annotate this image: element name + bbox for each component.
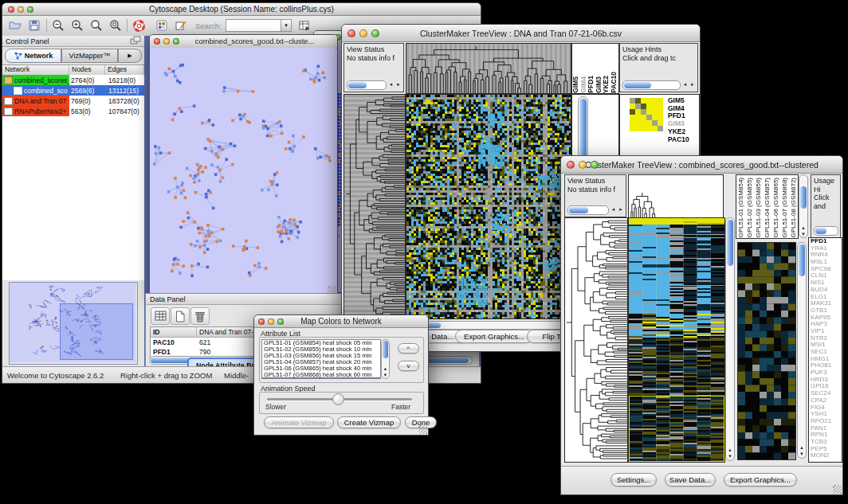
- scroll-up-icon[interactable]: ▲: [799, 225, 807, 231]
- vizmap-nodes-icon[interactable]: [154, 18, 170, 33]
- network-canvas[interactable]: [150, 48, 336, 295]
- new-attribute-icon[interactable]: [171, 307, 190, 325]
- global-heatmap-canvas[interactable]: [628, 217, 725, 463]
- global-heatmap-canvas[interactable]: [406, 94, 571, 319]
- close-button[interactable]: [258, 318, 265, 325]
- attribute-list[interactable]: GPL51-01 (GSM854) heat shock 05 minGPL51…: [261, 339, 381, 379]
- attribute-table-icon[interactable]: [151, 307, 170, 325]
- minimize-button[interactable]: [579, 161, 587, 169]
- help-lifebuoy-icon[interactable]: [131, 18, 147, 33]
- scrollbar-thumb[interactable]: [624, 82, 651, 88]
- scroll-up-icon[interactable]: ▲: [798, 445, 806, 451]
- row-label[interactable]: PAC10: [668, 136, 689, 144]
- dialog-button[interactable]: Animate Vizmap: [264, 416, 334, 428]
- scrollbar-thumb[interactable]: [383, 341, 388, 358]
- scrollbar-thumb[interactable]: [569, 207, 588, 213]
- treeview-button[interactable]: Save Data...: [665, 473, 716, 486]
- zoom-button[interactable]: [173, 38, 179, 45]
- scrollbar-thumb[interactable]: [348, 82, 367, 88]
- network-window-1-titlebar[interactable]: combined_scores_good.txt--cluste...: [150, 35, 337, 49]
- zoom-matrix[interactable]: [630, 98, 663, 131]
- zoom-in-icon[interactable]: [69, 18, 85, 33]
- network-table-row[interactable]: RNAPuberNov2+ 563(0) 107847(0): [2, 106, 144, 116]
- annotation-icon[interactable]: [173, 18, 189, 33]
- row-dendrogram-canvas[interactable]: [564, 217, 628, 463]
- tab-network[interactable]: Network: [5, 49, 61, 63]
- scroll-up-icon[interactable]: ▲: [382, 366, 389, 372]
- scroll-down-icon[interactable]: ▼: [726, 454, 734, 459]
- gene-label[interactable]: MON2: [809, 452, 842, 459]
- attribute-list-item[interactable]: GPL51-07 (GSM868) heat shock 60 min: [264, 372, 380, 378]
- minimize-button[interactable]: [359, 29, 367, 37]
- import-table-icon[interactable]: [296, 18, 312, 33]
- treeview-combined-titlebar[interactable]: ClusterMaker TreeView : combined_scores_…: [561, 156, 842, 174]
- scroll-down-icon[interactable]: ▼: [382, 373, 389, 378]
- column-label[interactable]: GPL51-08 (GSM872): [790, 178, 797, 238]
- scroll-right-icon[interactable]: ►: [396, 82, 402, 87]
- zoom-button[interactable]: [591, 161, 599, 169]
- column-label[interactable]: GPL51-01 (GSM854): [737, 178, 744, 238]
- network-table-row[interactable]: combined_sco 2569(6) 13112(15): [2, 85, 144, 96]
- column-label[interactable]: GPL51-02 (GSM855): [746, 178, 753, 238]
- close-button[interactable]: [154, 38, 160, 45]
- zoom-button[interactable]: [27, 6, 33, 13]
- scroll-down-icon[interactable]: ▼: [799, 232, 807, 237]
- network-table-row[interactable]: DNA and Tran 07 769(0) 183728(0): [2, 96, 144, 106]
- close-button[interactable]: [8, 6, 14, 13]
- row-dendrogram-canvas[interactable]: [344, 94, 406, 319]
- move-down-button[interactable]: v: [398, 361, 419, 371]
- scrollbar-thumb[interactable]: [799, 244, 805, 276]
- tab-overflow-button[interactable]: ▶: [118, 49, 142, 63]
- labels-vscrollbar[interactable]: ▲ ▼: [799, 174, 808, 238]
- zoom-button[interactable]: [371, 29, 379, 37]
- scroll-left-icon[interactable]: ◄: [682, 82, 688, 87]
- dialog-button[interactable]: Create Vizmap: [337, 416, 401, 428]
- birdseye-overview[interactable]: [9, 282, 138, 365]
- network-table-row[interactable]: combined_scores_ 2764(0) 16218(0): [2, 75, 144, 85]
- overview-canvas[interactable]: [10, 283, 135, 362]
- column-label[interactable]: GPL51-03 (GSM856): [755, 178, 762, 238]
- column-label[interactable]: PAC10: [610, 72, 618, 93]
- heatmap-vscrollbar[interactable]: ▲ ▼: [725, 217, 735, 461]
- scroll-right-icon[interactable]: ►: [690, 82, 696, 87]
- zoom-selected-icon[interactable]: [88, 18, 104, 33]
- zoom-button[interactable]: [277, 318, 284, 325]
- scroll-right-icon[interactable]: ►: [618, 207, 624, 212]
- zoom-vscrollbar[interactable]: ▲ ▼: [797, 242, 807, 459]
- minimize-button[interactable]: [163, 38, 170, 45]
- close-button[interactable]: [347, 29, 355, 37]
- search-dropdown-button[interactable]: ▼: [281, 19, 292, 32]
- scroll-left-icon[interactable]: ◄: [610, 207, 616, 212]
- treeview-button[interactable]: Export Graphics...: [724, 473, 797, 486]
- column-dendrogram-canvas[interactable]: [406, 43, 571, 94]
- network-view-window-1[interactable]: combined_scores_good.txt--cluste...: [149, 34, 338, 297]
- treeview-button[interactable]: Settings...: [610, 473, 657, 486]
- resize-grip[interactable]: [418, 425, 427, 434]
- save-session-button[interactable]: [26, 18, 42, 33]
- column-dendrogram-canvas[interactable]: [628, 174, 724, 219]
- float-panel-icon[interactable]: [130, 36, 141, 46]
- dialog-titlebar[interactable]: Map Colors to Network: [254, 315, 428, 328]
- column-label[interactable]: GPL51-07 (GSM868): [781, 178, 788, 238]
- selected-item-partial[interactable]: [262, 377, 380, 379]
- usage-scrollbar[interactable]: [814, 226, 838, 235]
- status-scrollbar[interactable]: ◄ ►: [347, 80, 402, 89]
- treeview-button[interactable]: Export Graphics...: [455, 330, 533, 343]
- column-label[interactable]: GPL51-06 (GSM865): [772, 178, 779, 238]
- minimize-button[interactable]: [268, 318, 274, 325]
- scroll-left-icon[interactable]: ◄: [388, 82, 394, 87]
- usage-scrollbar[interactable]: ◄ ►: [622, 80, 696, 89]
- cytoscape-titlebar[interactable]: Cytoscape Desktop (Session Name: collins…: [2, 3, 481, 16]
- column-label[interactable]: GPL51-04 (GSM857): [764, 178, 771, 238]
- scrollbar-thumb[interactable]: [727, 220, 733, 266]
- delete-attribute-trash-icon[interactable]: [190, 307, 210, 325]
- resize-grip[interactable]: [833, 485, 842, 494]
- minimize-button[interactable]: [18, 6, 24, 13]
- zoom-out-icon[interactable]: [50, 18, 66, 33]
- scrollbar-thumb[interactable]: [815, 228, 826, 234]
- speed-slider-thumb[interactable]: [332, 393, 344, 405]
- open-session-button[interactable]: [7, 18, 23, 33]
- zoom-fit-icon[interactable]: [108, 18, 124, 33]
- tab-vizmapper[interactable]: VizMapper™: [61, 49, 118, 63]
- search-input[interactable]: [226, 19, 285, 32]
